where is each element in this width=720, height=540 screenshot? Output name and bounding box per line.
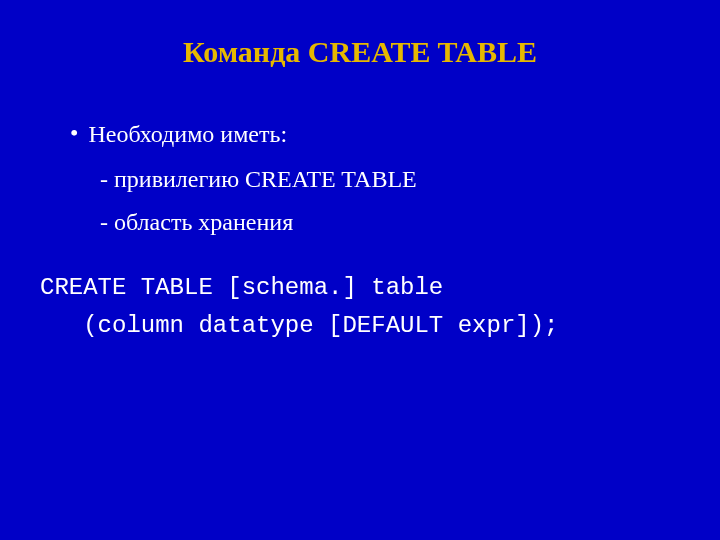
sub-item-1: - привилегию CREATE TABLE xyxy=(100,164,680,195)
bullet-line: • Необходимо иметь: xyxy=(70,119,680,150)
slide-container: Команда CREATE TABLE • Необходимо иметь:… xyxy=(0,0,720,540)
bullet-block: • Необходимо иметь: - привилегию CREATE … xyxy=(70,119,680,239)
bullet-text: Необходимо иметь: xyxy=(88,119,287,150)
slide-title: Команда CREATE TABLE xyxy=(40,35,680,69)
sub-item-2: - область хранения xyxy=(100,207,680,238)
code-line-1: CREATE TABLE [schema.] table xyxy=(40,274,443,301)
code-line-2: (column datatype [DEFAULT expr]); xyxy=(40,312,558,339)
code-block: CREATE TABLE [schema.] table (column dat… xyxy=(40,269,680,346)
bullet-dot-icon: • xyxy=(70,119,78,148)
